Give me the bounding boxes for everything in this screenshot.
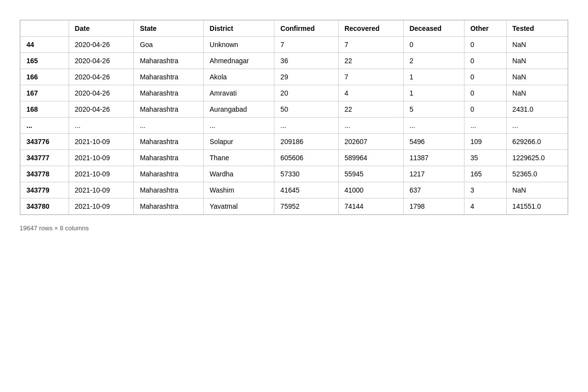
- cell-other: 109: [464, 134, 506, 150]
- cell-recovered: 7: [338, 37, 403, 53]
- cell-recovered: 41000: [338, 182, 403, 198]
- cell-deceased: 1217: [403, 166, 464, 182]
- cell-index: 343776: [21, 134, 69, 150]
- cell-state: Goa: [134, 37, 203, 53]
- cell-other: 0: [464, 69, 506, 85]
- cell-index: 165: [21, 53, 69, 69]
- cell-district: Ahmednagar: [203, 53, 274, 69]
- cell-tested: 2431.0: [506, 101, 567, 118]
- cell-other: 4: [464, 198, 506, 215]
- cell-tested: 52365.0: [506, 166, 567, 182]
- cell-index: ...: [21, 118, 69, 134]
- cell-date: 2020-04-26: [69, 85, 134, 101]
- cell-deceased: 0: [403, 37, 464, 53]
- cell-index: 343778: [21, 166, 69, 182]
- cell-date: 2021-10-09: [69, 182, 134, 198]
- table-row: 3437782021-10-09MaharashtraWardha5733055…: [21, 166, 568, 182]
- cell-recovered: 7: [338, 69, 403, 85]
- cell-other: ...: [464, 118, 506, 134]
- cell-date: 2021-10-09: [69, 150, 134, 166]
- table-row: 442020-04-26GoaUnknown7700NaN: [21, 37, 568, 53]
- column-header-date: Date: [69, 21, 134, 37]
- cell-district: Washim: [203, 182, 274, 198]
- cell-other: 165: [464, 166, 506, 182]
- cell-deceased: 1: [403, 69, 464, 85]
- cell-deceased: 5: [403, 101, 464, 118]
- cell-date: 2020-04-26: [69, 53, 134, 69]
- cell-deceased: 1: [403, 85, 464, 101]
- cell-recovered: 22: [338, 101, 403, 118]
- cell-state: Maharashtra: [134, 182, 203, 198]
- cell-tested: 629266.0: [506, 134, 567, 150]
- table-row: 1652020-04-26MaharashtraAhmednagar362220…: [21, 53, 568, 69]
- column-header-recovered: Recovered: [338, 21, 403, 37]
- cell-deceased: 11387: [403, 150, 464, 166]
- cell-confirmed: 41645: [274, 182, 339, 198]
- cell-index: 343779: [21, 182, 69, 198]
- cell-date: 2021-10-09: [69, 166, 134, 182]
- cell-other: 0: [464, 85, 506, 101]
- cell-tested: ...: [506, 118, 567, 134]
- cell-recovered: 202607: [338, 134, 403, 150]
- column-header-district: District: [203, 21, 274, 37]
- cell-confirmed: 75952: [274, 198, 339, 215]
- cell-recovered: 55945: [338, 166, 403, 182]
- cell-index: 166: [21, 69, 69, 85]
- table-row: 1672020-04-26MaharashtraAmravati20410NaN: [21, 85, 568, 101]
- table-row: 1662020-04-26MaharashtraAkola29710NaN: [21, 69, 568, 85]
- cell-recovered: 74144: [338, 198, 403, 215]
- cell-district: Unknown: [203, 37, 274, 53]
- cell-date: 2020-04-26: [69, 69, 134, 85]
- cell-confirmed: 57330: [274, 166, 339, 182]
- cell-tested: NaN: [506, 53, 567, 69]
- cell-district: Aurangabad: [203, 101, 274, 118]
- cell-state: Maharashtra: [134, 69, 203, 85]
- cell-district: Akola: [203, 69, 274, 85]
- table-row: 3437762021-10-09MaharashtraSolapur209186…: [21, 134, 568, 150]
- cell-other: 0: [464, 53, 506, 69]
- cell-state: ...: [134, 118, 203, 134]
- row-summary: 19647 rows × 8 columns: [20, 224, 568, 232]
- cell-tested: NaN: [506, 37, 567, 53]
- cell-tested: 1229625.0: [506, 150, 567, 166]
- cell-state: Maharashtra: [134, 150, 203, 166]
- cell-state: Maharashtra: [134, 134, 203, 150]
- data-table: DateStateDistrictConfirmedRecoveredDecea…: [20, 20, 568, 215]
- cell-date: 2021-10-09: [69, 134, 134, 150]
- column-header-state: State: [134, 21, 203, 37]
- cell-district: Yavatmal: [203, 198, 274, 215]
- cell-deceased: 2: [403, 53, 464, 69]
- cell-index: 44: [21, 37, 69, 53]
- cell-district: Thane: [203, 150, 274, 166]
- table-row: 3437772021-10-09MaharashtraThane60560658…: [21, 150, 568, 166]
- cell-recovered: ...: [338, 118, 403, 134]
- cell-date: 2021-10-09: [69, 198, 134, 215]
- cell-confirmed: 20: [274, 85, 339, 101]
- table-row: ...........................: [21, 118, 568, 134]
- table-row: 3437802021-10-09MaharashtraYavatmal75952…: [21, 198, 568, 215]
- cell-other: 0: [464, 37, 506, 53]
- cell-state: Maharashtra: [134, 198, 203, 215]
- cell-confirmed: 36: [274, 53, 339, 69]
- column-header-other: Other: [464, 21, 506, 37]
- cell-state: Maharashtra: [134, 166, 203, 182]
- main-container: DateStateDistrictConfirmedRecoveredDecea…: [20, 20, 568, 232]
- cell-state: Maharashtra: [134, 85, 203, 101]
- cell-tested: 141551.0: [506, 198, 567, 215]
- cell-date: ...: [69, 118, 134, 134]
- cell-tested: NaN: [506, 182, 567, 198]
- cell-date: 2020-04-26: [69, 37, 134, 53]
- cell-recovered: 22: [338, 53, 403, 69]
- column-header-deceased: Deceased: [403, 21, 464, 37]
- cell-tested: NaN: [506, 85, 567, 101]
- table-row: 3437792021-10-09MaharashtraWashim4164541…: [21, 182, 568, 198]
- cell-index: 343780: [21, 198, 69, 215]
- cell-recovered: 4: [338, 85, 403, 101]
- cell-district: ...: [203, 118, 274, 134]
- cell-district: Solapur: [203, 134, 274, 150]
- cell-deceased: 1798: [403, 198, 464, 215]
- cell-confirmed: 7: [274, 37, 339, 53]
- cell-confirmed: 50: [274, 101, 339, 118]
- cell-state: Maharashtra: [134, 101, 203, 118]
- cell-district: Amravati: [203, 85, 274, 101]
